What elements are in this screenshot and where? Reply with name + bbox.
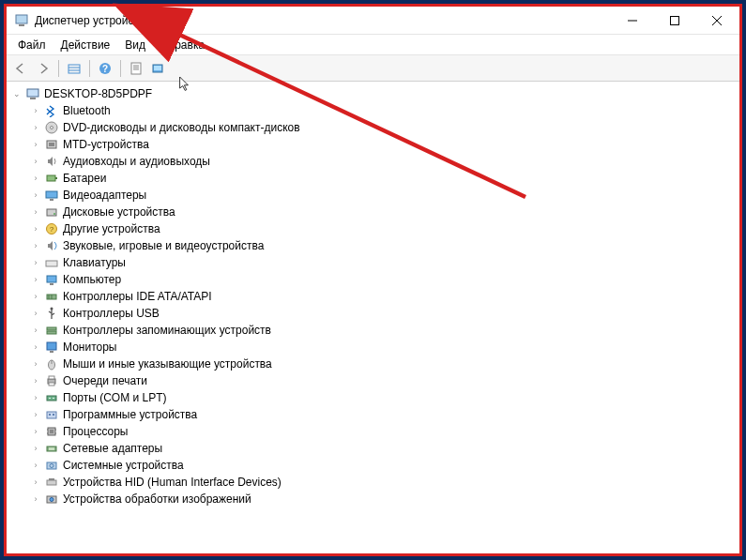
expander-icon[interactable]: › [29,205,42,219]
titlebar: Диспетчер устройств [7,7,739,35]
tree-item-label: Процессоры [63,425,129,438]
maximize-button[interactable] [653,8,695,34]
expander-icon[interactable]: › [29,155,42,168]
tree-item-label: Мыши и иные указывающие устройства [63,357,272,371]
tree-item-label: Звуковые, игровые и видеоустройства [63,239,264,252]
expander-icon[interactable]: › [29,341,42,354]
expander-icon[interactable]: › [29,442,42,455]
menu-action[interactable]: Действие [53,37,118,53]
display-adapter-icon [44,188,59,203]
tree-item-label: Компьютер [63,273,121,286]
tree-item-label: Аудиовходы и аудиовыходы [63,155,210,168]
tree-category-printer[interactable]: ›Очереди печати [29,372,738,389]
svg-rect-41 [47,331,56,334]
tree-item-label: Устройства обработки изображений [63,492,251,506]
tree-category-keyboard[interactable]: ›Клавиатуры [29,254,738,271]
expander-icon[interactable]: › [29,256,42,269]
tree-category-bluetooth[interactable]: ›Bluetooth [29,102,738,119]
menu-file[interactable]: Файл [10,37,53,53]
expander-icon[interactable]: › [29,273,42,286]
expander-icon[interactable]: › [29,492,42,506]
tree-category-mouse[interactable]: ›Мыши и иные указывающие устройства [29,356,738,372]
expander-icon[interactable]: › [29,172,42,185]
printer-icon [44,373,59,388]
svg-rect-1 [19,24,24,26]
tree-category-battery[interactable]: ›Батареи [29,170,738,187]
toolbar-properties-button[interactable] [126,58,146,79]
tree-category-storage-ctrl[interactable]: ›Контроллеры запоминающих устройств [29,322,738,339]
svg-rect-49 [47,396,56,401]
tree-category-network[interactable]: ›Сетевые адаптеры [29,440,738,457]
expander-icon[interactable]: › [29,138,42,151]
tree-item-label: Контроллеры IDE ATA/ATAPI [63,290,212,303]
toolbar-back-button[interactable] [10,58,31,79]
toolbar-help-button[interactable]: ? [95,58,115,79]
tree-category-disk[interactable]: ›Дисковые устройства [29,204,738,220]
tree-category-audio[interactable]: ›Аудиовходы и аудиовыходы [29,153,738,170]
expander-icon[interactable]: › [29,121,42,134]
tree-item-label: Системные устройства [63,459,184,472]
svg-rect-65 [47,480,56,485]
svg-rect-6 [69,65,80,73]
toolbar-scan-button[interactable] [148,58,169,79]
menu-help[interactable]: Справка [153,37,212,53]
expander-icon[interactable]: › [29,459,42,472]
tree-item-label: Контроллеры запоминающих устройств [63,324,271,337]
expander-icon[interactable]: ⌄ [10,87,23,100]
tree-category-mtd[interactable]: ›MTD-устройства [29,136,738,153]
svg-rect-42 [47,342,56,350]
tree-category-imaging[interactable]: ›Устройства обработки изображений [29,491,738,507]
window-title: Диспетчер устройств [35,14,611,27]
svg-rect-43 [50,351,53,353]
tree-category-unknown[interactable]: ›?Другие устройства [29,220,738,237]
expander-icon[interactable]: › [29,425,42,438]
tree-category-software[interactable]: ›Программные устройства [29,406,738,423]
tree-item-label: Мониторы [63,341,116,354]
svg-rect-47 [49,376,54,379]
tree-category-ide[interactable]: ›Контроллеры IDE ATA/ATAPI [29,288,738,305]
expander-icon[interactable]: › [29,239,42,252]
tree-category-sound[interactable]: ›Звуковые, игровые и видеоустройства [29,237,738,254]
device-tree[interactable]: ⌄ DESKTOP-8D5PDPF ›Bluetooth›DVD-дисково… [7,82,739,553]
monitor-icon [44,340,59,355]
expander-icon[interactable]: › [29,357,42,371]
menu-view[interactable]: Вид [117,37,153,53]
svg-rect-17 [27,89,38,97]
expander-icon[interactable]: › [29,222,42,235]
svg-point-50 [49,398,51,400]
svg-rect-53 [49,414,51,416]
expander-icon[interactable]: › [29,374,42,387]
expander-icon[interactable]: › [29,290,42,303]
tree-category-usb[interactable]: ›Контроллеры USB [29,305,738,322]
tree-category-computer[interactable]: ›Компьютер [29,271,738,288]
svg-rect-56 [50,430,53,433]
expander-icon[interactable]: › [29,307,42,320]
tree-category-dvd[interactable]: ›DVD-дисководы и дисководы компакт-диско… [29,119,738,136]
cpu-icon [44,424,59,439]
tree-item-label: Дисковые устройства [63,205,175,219]
tree-category-cpu[interactable]: ›Процессоры [29,423,738,440]
tree-item-label: Клавиатуры [63,256,126,269]
close-button[interactable] [695,8,738,34]
tree-category-system[interactable]: ›Системные устройства [29,457,738,474]
expander-icon[interactable]: › [29,189,42,202]
expander-icon[interactable]: › [29,324,42,337]
sound-icon [44,238,59,253]
svg-rect-25 [46,191,57,198]
tree-root-node[interactable]: ⌄ DESKTOP-8D5PDPF [8,85,738,102]
tree-item-label: Bluetooth [63,104,111,117]
usb-icon [44,306,59,321]
tree-category-hid[interactable]: ›Устройства HID (Human Interface Devices… [29,474,738,491]
expander-icon[interactable]: › [29,391,42,404]
expander-icon[interactable]: › [29,104,42,117]
tree-item-label: Другие устройства [63,222,160,235]
tree-category-port[interactable]: ›Порты (COM и LPT) [29,389,738,406]
minimize-button[interactable] [611,8,653,34]
toolbar-forward-button[interactable] [33,58,53,79]
tree-category-display-adapter[interactable]: ›Видеоадаптеры [29,187,738,204]
toolbar-show-hidden-button[interactable] [64,58,84,79]
tree-category-monitor[interactable]: ›Мониторы [29,339,738,356]
expander-icon[interactable]: › [29,408,42,421]
imaging-icon [44,492,59,507]
expander-icon[interactable]: › [29,476,42,489]
